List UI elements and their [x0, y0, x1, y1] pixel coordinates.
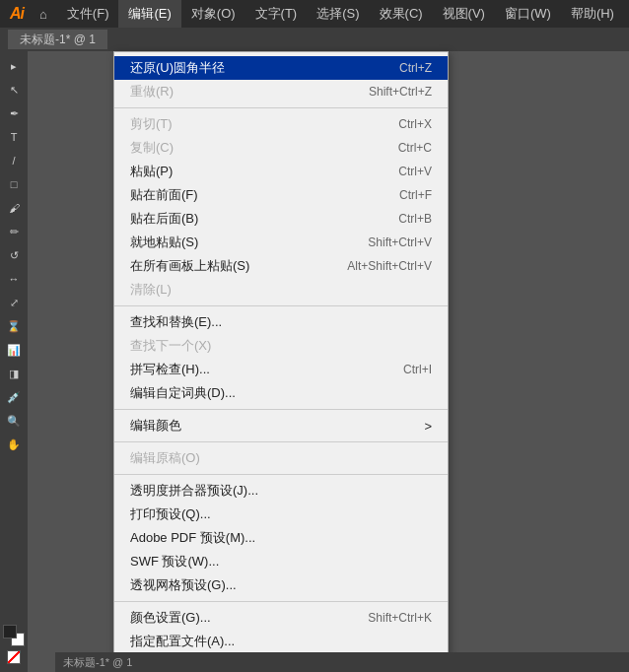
tab-bar: 未标题-1* @ 1 — [0, 28, 629, 51]
menu-item-paste-front[interactable]: 贴在前面(F) Ctrl+F — [114, 183, 448, 207]
gradient-tool[interactable]: ◨ — [3, 363, 25, 384]
menu-item-edit-colors[interactable]: 编辑颜色 > — [114, 414, 448, 437]
menu-item-redo[interactable]: 重做(R) Shift+Ctrl+Z — [114, 80, 448, 103]
menu-file[interactable]: 文件(F) — [57, 0, 119, 28]
menu-item-copy-label: 复制(C) — [130, 139, 174, 157]
menu-item-paste-back-label: 贴在后面(B) — [130, 210, 198, 228]
rect-tool[interactable]: □ — [3, 173, 25, 195]
menu-view[interactable]: 视图(V) — [433, 0, 495, 28]
menu-edit[interactable]: 编辑(E) — [118, 0, 180, 28]
menu-item-pdf-preset-label: Adobe PDF 预设(M)... — [130, 529, 255, 547]
menu-item-paste-front-label: 贴在前面(F) — [130, 186, 198, 204]
separator-1 — [114, 107, 448, 108]
menu-item-paste-front-shortcut: Ctrl+F — [399, 188, 432, 202]
menu-item-clear-label: 清除(L) — [130, 281, 172, 299]
menu-item-find-replace[interactable]: 查找和替换(E)... — [114, 310, 448, 334]
menu-item-print-preset-label: 打印预设(Q)... — [130, 505, 211, 523]
menu-item-cut[interactable]: 剪切(T) Ctrl+X — [114, 112, 448, 136]
menu-home[interactable]: ⌂ — [30, 0, 57, 28]
menu-item-color-settings-shortcut: Shift+Ctrl+K — [368, 611, 432, 625]
none-swatch-row — [7, 650, 21, 664]
menu-select[interactable]: 选择(S) — [307, 0, 369, 28]
scale-tool[interactable]: ⤢ — [3, 292, 25, 313]
menu-item-swf-preset-label: SWF 预设(W)... — [130, 553, 219, 571]
separator-4 — [114, 441, 448, 442]
menu-item-perspective-preset[interactable]: 透视网格预设(G)... — [114, 573, 448, 597]
menu-object[interactable]: 对象(O) — [181, 0, 245, 28]
status-text: 未标题-1* @ 1 — [63, 655, 132, 670]
menu-item-paste-back-shortcut: Ctrl+B — [398, 212, 432, 226]
menu-item-pdf-preset[interactable]: Adobe PDF 预设(M)... — [114, 526, 448, 550]
menu-item-custom-dict-label: 编辑自定词典(D)... — [130, 384, 236, 402]
menu-bar: Ai ⌂ 文件(F) 编辑(E) 对象(O) 文字(T) 选择(S) 效果(C)… — [0, 0, 629, 28]
menu-item-print-preset[interactable]: 打印预设(Q)... — [114, 503, 448, 526]
menu-item-cut-label: 剪切(T) — [130, 115, 173, 133]
menu-item-paste-allboards[interactable]: 在所有画板上粘贴(S) Alt+Shift+Ctrl+V — [114, 254, 448, 278]
graph-tool[interactable]: 📊 — [3, 339, 25, 361]
separator-6 — [114, 601, 448, 602]
menu-item-undo-shortcut: Ctrl+Z — [399, 61, 432, 75]
canvas-area: 还原(U)圆角半径 Ctrl+Z 重做(R) Shift+Ctrl+Z 剪切(T… — [28, 51, 629, 672]
separator-3 — [114, 409, 448, 410]
type-tool[interactable]: T — [3, 126, 25, 148]
mirror-tool[interactable]: ↔ — [3, 268, 25, 290]
menu-item-paste-place-label: 就地粘贴(S) — [130, 234, 198, 251]
menu-item-copy-shortcut: Ctrl+C — [398, 141, 432, 155]
left-toolbar: ▸ ↖ ✒ T / □ 🖌 ✏ ↺ ↔ ⤢ ⌛ 📊 ◨ 💉 🔍 ✋ — [0, 51, 28, 672]
menu-item-paste-place[interactable]: 就地粘贴(S) Shift+Ctrl+V — [114, 231, 448, 254]
warp-tool[interactable]: ⌛ — [3, 315, 25, 337]
menu-item-edit-colors-label: 编辑颜色 — [130, 417, 181, 435]
status-bar: 未标题-1* @ 1 — [55, 652, 629, 672]
menu-item-find-next[interactable]: 查找下一个(X) — [114, 334, 448, 358]
menu-bar-right: ⊞ — [624, 7, 629, 22]
menu-item-assign-profile[interactable]: 指定配置文件(A)... — [114, 630, 448, 653]
menu-item-custom-dict[interactable]: 编辑自定词典(D)... — [114, 381, 448, 405]
menu-item-transparency-preset-label: 透明度拼合器预设(J)... — [130, 482, 258, 500]
grid-icon[interactable]: ⊞ — [624, 7, 629, 22]
menu-item-paste-place-shortcut: Shift+Ctrl+V — [368, 235, 432, 249]
menu-item-paste-shortcut: Ctrl+V — [398, 165, 432, 178]
menu-item-spellcheck[interactable]: 拼写检查(H)... Ctrl+I — [114, 358, 448, 381]
menu-item-edit-original[interactable]: 编辑原稿(O) — [114, 446, 448, 470]
pencil-tool[interactable]: ✏ — [3, 221, 25, 242]
menu-item-transparency-preset[interactable]: 透明度拼合器预设(J)... — [114, 479, 448, 503]
menu-item-paste-allboards-shortcut: Alt+Shift+Ctrl+V — [347, 259, 432, 273]
pen-tool[interactable]: ✒ — [3, 102, 25, 124]
menu-bar-items: 文件(F) 编辑(E) 对象(O) 文字(T) 选择(S) 效果(C) 视图(V… — [57, 0, 624, 28]
menu-item-undo[interactable]: 还原(U)圆角半径 Ctrl+Z — [114, 56, 448, 80]
menu-item-paste-allboards-label: 在所有画板上粘贴(S) — [130, 257, 249, 275]
menu-help[interactable]: 帮助(H) — [561, 0, 624, 28]
separator-5 — [114, 474, 448, 475]
menu-item-undo-label: 还原(U)圆角半径 — [130, 59, 225, 77]
menu-effect[interactable]: 效果(C) — [370, 0, 433, 28]
none-swatch[interactable] — [7, 650, 21, 664]
document-tab[interactable]: 未标题-1* @ 1 — [8, 30, 107, 49]
menu-item-clear[interactable]: 清除(L) — [114, 278, 448, 302]
menu-item-color-settings-label: 颜色设置(G)... — [130, 609, 211, 627]
menu-text[interactable]: 文字(T) — [245, 0, 308, 28]
main-area: ▸ ↖ ✒ T / □ 🖌 ✏ ↺ ↔ ⤢ ⌛ 📊 ◨ 💉 🔍 ✋ — [0, 51, 629, 672]
zoom-tool[interactable]: 🔍 — [3, 410, 25, 432]
select-tool[interactable]: ▸ — [3, 55, 25, 77]
menu-item-spellcheck-label: 拼写检查(H)... — [130, 361, 210, 378]
hand-tool[interactable]: ✋ — [3, 434, 25, 455]
menu-item-swf-preset[interactable]: SWF 预设(W)... — [114, 550, 448, 573]
edit-menu[interactable]: 还原(U)圆角半径 Ctrl+Z 重做(R) Shift+Ctrl+Z 剪切(T… — [113, 51, 449, 672]
menu-item-assign-profile-label: 指定配置文件(A)... — [130, 633, 235, 650]
rotate-tool[interactable]: ↺ — [3, 244, 25, 266]
menu-window[interactable]: 窗口(W) — [495, 0, 561, 28]
menu-item-redo-shortcut: Shift+Ctrl+Z — [369, 85, 432, 99]
stroke-fill-swatches[interactable] — [3, 625, 25, 646]
direct-select-tool[interactable]: ↖ — [3, 79, 25, 101]
paintbrush-tool[interactable]: 🖌 — [3, 197, 25, 219]
menu-item-paste[interactable]: 粘贴(P) Ctrl+V — [114, 160, 448, 183]
eyedropper-tool[interactable]: 💉 — [3, 386, 25, 408]
edit-colors-arrow: > — [424, 419, 432, 434]
menu-item-paste-back[interactable]: 贴在后面(B) Ctrl+B — [114, 207, 448, 231]
menu-item-copy[interactable]: 复制(C) Ctrl+C — [114, 136, 448, 160]
menu-item-spellcheck-shortcut: Ctrl+I — [403, 363, 432, 376]
line-tool[interactable]: / — [3, 150, 25, 171]
menu-item-cut-shortcut: Ctrl+X — [398, 117, 432, 131]
menu-item-color-settings[interactable]: 颜色设置(G)... Shift+Ctrl+K — [114, 606, 448, 630]
menu-item-perspective-preset-label: 透视网格预设(G)... — [130, 576, 237, 594]
